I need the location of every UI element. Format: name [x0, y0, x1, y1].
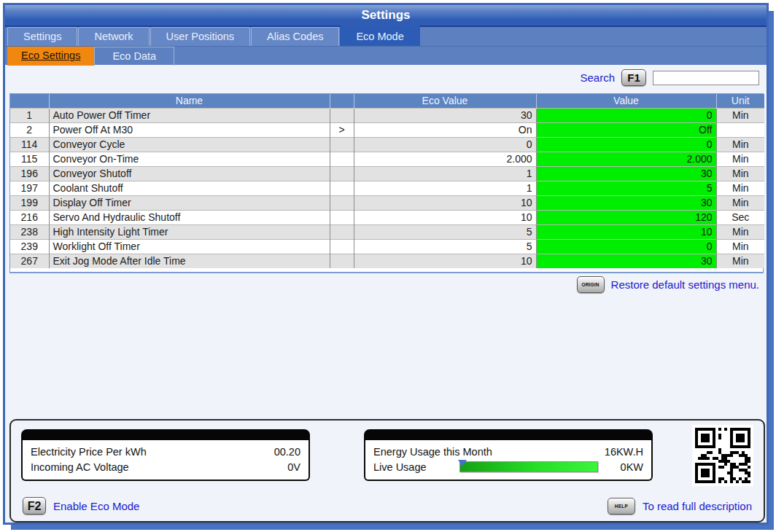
- tab-user-positions[interactable]: User Positions: [150, 27, 250, 46]
- tab-alias-codes[interactable]: Alias Codes: [251, 27, 339, 46]
- qr-code: [692, 425, 753, 486]
- table-row[interactable]: 199Display Off Timer1030Min: [10, 195, 764, 210]
- cell-name: Coolant Shutoff: [49, 181, 330, 195]
- cell-arrow: [330, 152, 354, 166]
- cell-arrow: [330, 108, 354, 122]
- live-usage-value: 0KW: [598, 461, 643, 473]
- header-unit: Unit: [716, 94, 764, 108]
- tab-bar: Settings Network User Positions Alias Co…: [5, 27, 767, 46]
- cell-num: 216: [10, 210, 49, 224]
- cell-num: 196: [10, 166, 49, 181]
- table-row[interactable]: 239Worklight Off Timer50Min: [10, 239, 764, 254]
- energy-panel: Energy Usage this Month 16KW.H Live Usag…: [364, 429, 653, 481]
- cell-name: Conveyor Cycle: [49, 137, 330, 152]
- cell-num: 239: [10, 239, 49, 254]
- cell-num: 2: [10, 122, 49, 137]
- live-usage-bar: [459, 461, 598, 472]
- electricity-price-label: Electricity Price Per kWh: [31, 446, 147, 458]
- help-label: To read full description: [643, 500, 752, 512]
- cell-arrow: [330, 195, 354, 210]
- ac-voltage-label: Incoming AC Voltage: [31, 461, 129, 473]
- cell-unit: [716, 122, 764, 137]
- enable-eco-label: Enable Eco Mode: [53, 500, 139, 512]
- energy-panel-header: [364, 429, 653, 440]
- energy-usage-row: Energy Usage this Month 16KW.H: [373, 444, 643, 459]
- cell-eco: 2.000: [354, 152, 536, 166]
- origin-key-button[interactable]: ORIGIN: [577, 276, 605, 293]
- energy-usage-value: 16KW.H: [605, 446, 643, 458]
- cell-value: 10: [536, 224, 716, 239]
- table-row[interactable]: 1Auto Power Off Timer300Min: [10, 108, 764, 122]
- electricity-panel: Electricity Price Per kWh 00.20 Incoming…: [21, 429, 310, 481]
- cell-num: 197: [10, 181, 49, 195]
- energy-usage-label: Energy Usage this Month: [373, 446, 492, 458]
- subtab-bar: Eco Settings Eco Data: [5, 46, 767, 65]
- table-row[interactable]: 196Conveyor Shutoff130Min: [10, 166, 764, 181]
- search-input[interactable]: [653, 71, 759, 85]
- cell-arrow: [330, 210, 354, 224]
- cell-unit: Sec: [716, 210, 764, 224]
- energy-panel-body: Energy Usage this Month 16KW.H Live Usag…: [364, 440, 653, 481]
- cell-unit: Min: [716, 254, 764, 268]
- cell-name: Conveyor Shutoff: [49, 166, 330, 181]
- cell-name: Auto Power Off Timer: [49, 108, 330, 122]
- cell-eco: 10: [354, 195, 536, 210]
- cell-arrow: [330, 181, 354, 195]
- cell-eco: 1: [354, 181, 536, 195]
- table-row[interactable]: 197Coolant Shutoff15Min: [10, 181, 764, 195]
- table-row[interactable]: 115Conveyor On-Time2.0002.000Min: [10, 152, 764, 166]
- origin-row: ORIGIN Restore default settings menu.: [577, 276, 759, 293]
- header-number: [10, 94, 49, 108]
- live-usage-row: Live Usage 0KW: [373, 459, 643, 474]
- cell-eco: 30: [354, 108, 536, 122]
- eco-status-box: Electricity Price Per kWh 00.20 Incoming…: [9, 419, 765, 523]
- table-body: 1Auto Power Off Timer300Min2Power Off At…: [10, 108, 764, 268]
- table-row[interactable]: 216Servo And Hydraulic Shutoff10120Sec: [10, 210, 764, 224]
- subtab-eco-settings[interactable]: Eco Settings: [7, 47, 94, 66]
- cell-name: High Intensity Light Timer: [49, 224, 330, 239]
- tab-eco-mode[interactable]: Eco Mode: [340, 26, 419, 46]
- tab-network[interactable]: Network: [78, 27, 149, 46]
- cell-arrow: [330, 254, 354, 268]
- cell-eco: On: [354, 122, 536, 137]
- cell-unit: Min: [716, 152, 764, 166]
- cell-unit: Min: [716, 239, 764, 254]
- table-row[interactable]: 2Power Off At M30>OnOff: [10, 122, 764, 137]
- cell-value: 0: [536, 137, 716, 152]
- cell-eco: 1: [354, 166, 536, 181]
- cell-name: Conveyor On-Time: [49, 152, 330, 166]
- table-header-row: Name Eco Value Value Unit: [10, 94, 764, 108]
- f1-key-button[interactable]: F1: [621, 69, 646, 86]
- electricity-panel-header: [21, 429, 310, 440]
- f2-key-button[interactable]: F2: [23, 497, 46, 515]
- header-eco-value: Eco Value: [354, 94, 536, 108]
- table-row[interactable]: 267Exit Jog Mode After Idle Time1030Min: [10, 254, 764, 268]
- table-row[interactable]: 114Conveyor Cycle00Min: [10, 137, 764, 152]
- subtab-eco-data[interactable]: Eco Data: [94, 47, 174, 66]
- cell-name: Display Off Timer: [49, 195, 330, 210]
- cell-value: Off: [536, 122, 716, 137]
- header-value: Value: [536, 94, 716, 108]
- table-row[interactable]: 238High Intensity Light Timer510Min: [10, 224, 764, 239]
- cell-num: 1: [10, 108, 49, 122]
- cell-unit: Min: [716, 166, 764, 181]
- header-name: Name: [49, 94, 330, 108]
- cell-value: 5: [536, 181, 716, 195]
- search-row: Search F1: [580, 69, 759, 86]
- header-arrow: [330, 94, 354, 108]
- cell-value: 0: [536, 108, 716, 122]
- cell-eco: 10: [354, 254, 536, 268]
- help-row: HELP To read full description: [608, 498, 752, 515]
- cell-num: 114: [10, 137, 49, 152]
- cell-unit: Min: [716, 181, 764, 195]
- cell-unit: Min: [716, 108, 764, 122]
- cell-eco: 5: [354, 239, 536, 254]
- help-key-button[interactable]: HELP: [608, 498, 635, 515]
- settings-window: Settings Settings Network User Positions…: [3, 3, 769, 525]
- enable-eco-row: F2 Enable Eco Mode: [23, 497, 139, 515]
- cell-eco: 10: [354, 210, 536, 224]
- cell-name: Exit Jog Mode After Idle Time: [49, 254, 330, 268]
- cell-arrow: [330, 137, 354, 152]
- tab-settings[interactable]: Settings: [7, 27, 77, 46]
- window-title: Settings: [5, 5, 767, 27]
